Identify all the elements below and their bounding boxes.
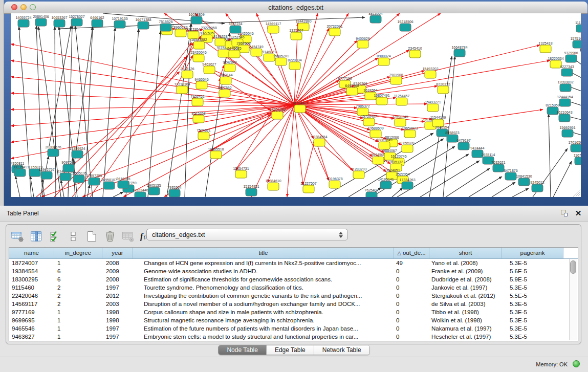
- paper-node[interactable]: 15054731: [233, 167, 249, 179]
- reference-edge[interactable]: [549, 114, 551, 197]
- table-cell[interactable]: Hescheler et al. (1997): [429, 333, 502, 341]
- external-node[interactable]: 17359924: [69, 147, 85, 159]
- network-canvas[interactable]: 1872400721227507198846101505473110565518…: [11, 13, 581, 197]
- table-cell[interactable]: Estimation of the future numbers of pati…: [133, 324, 394, 333]
- paper-node[interactable]: 15885201: [273, 54, 289, 66]
- reference-edge[interactable]: [126, 29, 139, 197]
- table-cell[interactable]: 5.3E-5: [502, 324, 563, 333]
- table-cell[interactable]: 0: [394, 316, 429, 324]
- citation-edge[interactable]: [287, 105, 294, 197]
- reference-edge[interactable]: [113, 192, 123, 197]
- paper-node[interactable]: 19654923: [402, 126, 418, 138]
- delete-rows-icon[interactable]: [103, 229, 117, 244]
- table-cell[interactable]: Yano et al. (2008): [429, 259, 502, 267]
- external-node[interactable]: 1167533: [574, 154, 581, 165]
- external-node[interactable]: 14055724: [15, 16, 31, 28]
- paper-node[interactable]: 9465546: [194, 78, 208, 90]
- paper-node[interactable]: 15720407: [361, 115, 377, 126]
- table-cell[interactable]: 5.3E-5: [502, 308, 563, 316]
- table-cell[interactable]: 2008: [102, 275, 133, 283]
- external-node[interactable]: 7857234: [228, 22, 242, 34]
- paper-node[interactable]: 2603144: [219, 73, 232, 85]
- reference-edge[interactable]: [103, 28, 115, 197]
- select-all-icon[interactable]: [48, 229, 61, 244]
- table-cell[interactable]: 5.3E-5: [502, 316, 563, 324]
- table-cell[interactable]: 18724007: [9, 259, 54, 267]
- table-cell[interactable]: Tourette syndrome. Phenomenology and cla…: [133, 283, 394, 292]
- table-cell[interactable]: 19384554: [9, 267, 54, 275]
- external-node[interactable]: 15692951: [559, 126, 575, 138]
- table-cell[interactable]: 1: [54, 333, 102, 341]
- external-node[interactable]: 16033809: [188, 13, 204, 24]
- table-cell[interactable]: 9465546: [9, 324, 54, 333]
- table-row[interactable]: 1456911722003Disruption of a novel membe…: [9, 300, 578, 308]
- paper-node[interactable]: 8220312: [436, 82, 450, 94]
- table-cell[interactable]: 5.3E-5: [502, 259, 563, 267]
- column-header[interactable]: △out_de...: [394, 248, 429, 258]
- table-cell[interactable]: 5.3E-5: [502, 283, 563, 292]
- paper-node[interactable]: 10688609: [367, 126, 383, 138]
- reference-edge[interactable]: [15, 176, 20, 197]
- table-cell[interactable]: 1: [54, 308, 102, 316]
- column-header[interactable]: in_degree: [54, 248, 102, 258]
- table-row[interactable]: 2242004622012Investigating the contribut…: [9, 292, 578, 300]
- table-cell[interactable]: 1: [54, 316, 102, 324]
- paper-node[interactable]: 8988024: [377, 54, 390, 66]
- table-cell[interactable]: de Silva et al. (2003): [429, 300, 502, 308]
- external-node[interactable]: 9227343: [560, 65, 574, 77]
- external-node[interactable]: 9245012: [530, 181, 544, 192]
- table-cell[interactable]: 18300295: [9, 275, 54, 283]
- table-cell[interactable]: 2: [54, 292, 102, 300]
- paper-node[interactable]: 18807249: [376, 138, 392, 150]
- column-header[interactable]: name: [9, 248, 54, 258]
- paper-node[interactable]: 16543382: [191, 38, 207, 50]
- network-window-titlebar[interactable]: citations_edges.txt: [4, 2, 587, 14]
- table-row[interactable]: 1872400712008Changes of HCN gene express…: [9, 259, 578, 267]
- table-cell[interactable]: 1997: [102, 324, 133, 333]
- column-header[interactable]: title: [133, 248, 394, 258]
- scrollbar-thumb[interactable]: [570, 260, 576, 274]
- reference-edge[interactable]: [88, 185, 90, 197]
- citation-edge[interactable]: [303, 140, 315, 185]
- external-node[interactable]: 10841530: [516, 174, 532, 186]
- column-header[interactable]: pagerank: [502, 248, 563, 258]
- table-cell[interactable]: 5.6E-5: [502, 267, 563, 275]
- table-cell[interactable]: 2: [54, 300, 102, 308]
- table-cell[interactable]: Genome-wide association studies in ADHD.: [133, 267, 394, 275]
- paper-node[interactable]: 6497568: [345, 84, 359, 96]
- table-cell[interactable]: Corpus callosum shape and size in male p…: [133, 308, 394, 316]
- reference-edge[interactable]: [61, 180, 64, 197]
- table-cell[interactable]: 2012: [102, 292, 133, 300]
- paper-node[interactable]: 18300295: [269, 108, 285, 120]
- table-cell[interactable]: 1: [54, 259, 102, 267]
- paper-node[interactable]: 23420046: [190, 51, 206, 62]
- table-cell[interactable]: 6: [54, 275, 102, 283]
- external-node[interactable]: 7935264: [167, 186, 181, 198]
- external-node[interactable]: 17334263: [399, 178, 415, 190]
- external-node[interactable]: 7515526: [159, 20, 172, 32]
- paper-node[interactable]: 8515268: [191, 112, 205, 123]
- paper-node[interactable]: 1325407: [289, 29, 303, 40]
- unselect-all-icon[interactable]: [66, 229, 80, 244]
- paper-node[interactable]: 1325418: [538, 41, 552, 53]
- paper-node[interactable]: 10196378: [326, 177, 342, 189]
- column-settings-icon[interactable]: [11, 229, 25, 244]
- citation-edge[interactable]: [11, 105, 294, 110]
- table-cell[interactable]: 2003: [102, 300, 133, 308]
- external-node[interactable]: 8813054: [368, 13, 382, 23]
- table-cell[interactable]: 5.3E-5: [502, 300, 563, 308]
- table-row[interactable]: 911546021997Tourette syndrome. Phenomeno…: [9, 283, 578, 292]
- citation-edge[interactable]: [90, 36, 201, 197]
- table-cell[interactable]: 6: [54, 267, 102, 275]
- table-cell[interactable]: 1997: [102, 333, 133, 341]
- table-cell[interactable]: 49: [394, 259, 429, 267]
- external-node[interactable]: 10653267: [51, 16, 67, 28]
- column-header[interactable]: short: [429, 248, 502, 258]
- reference-edge[interactable]: [553, 161, 572, 197]
- external-node[interactable]: 12093832: [557, 80, 573, 92]
- external-node[interactable]: 7625402: [364, 188, 378, 198]
- tab-edge-table[interactable]: Edge Table: [267, 345, 314, 355]
- table-cell[interactable]: Estimation of significance thresholds fo…: [133, 275, 394, 283]
- table-cell[interactable]: Jankovic et al. (1997): [429, 283, 502, 292]
- tab-network-table[interactable]: Network Table: [314, 345, 369, 355]
